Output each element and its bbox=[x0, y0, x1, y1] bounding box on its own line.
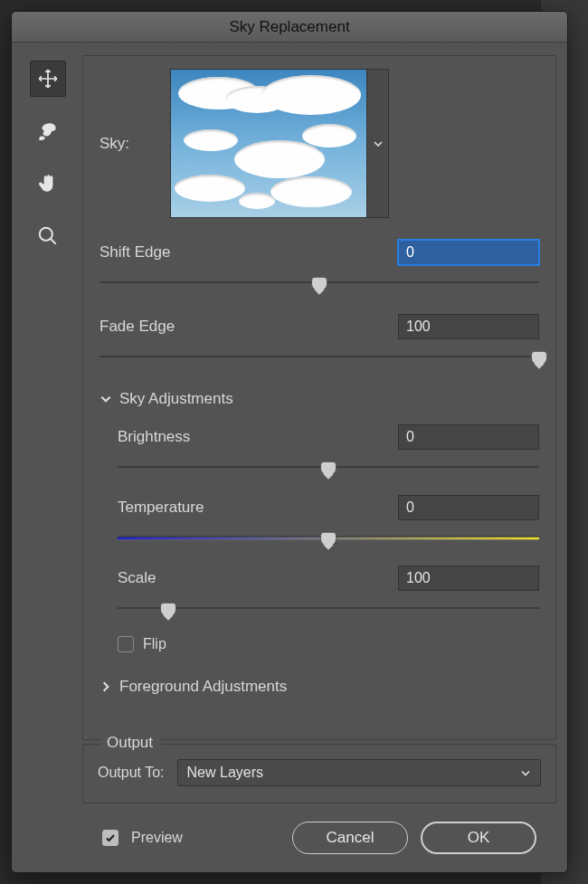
chevron-down-icon bbox=[100, 393, 112, 405]
shift-edge-label: Shift Edge bbox=[100, 243, 170, 261]
brightness-row: Brightness bbox=[118, 424, 539, 450]
footer: Preview Cancel OK bbox=[82, 803, 556, 858]
fade-edge-slider[interactable] bbox=[100, 352, 539, 363]
hand-tool-icon bbox=[36, 172, 60, 195]
slider-thumb[interactable] bbox=[160, 603, 176, 617]
titlebar[interactable]: Sky Replacement bbox=[12, 12, 567, 43]
slider-thumb[interactable] bbox=[320, 461, 337, 476]
preview-label: Preview bbox=[131, 830, 183, 846]
slider-track bbox=[118, 608, 539, 611]
output-fieldset: Output Output To: New Layers bbox=[82, 744, 556, 803]
slider-thumb[interactable] bbox=[320, 532, 337, 547]
main-panel: Sky: bbox=[82, 55, 556, 740]
move-tool[interactable] bbox=[30, 61, 66, 97]
sky-adjustments-header[interactable]: Sky Adjustments bbox=[100, 390, 539, 408]
output-to-value: New Layers bbox=[187, 765, 263, 781]
brush-tool-icon bbox=[36, 119, 60, 143]
scale-label: Scale bbox=[118, 569, 156, 587]
temperature-input[interactable] bbox=[398, 495, 539, 520]
temperature-slider[interactable] bbox=[118, 533, 539, 544]
output-to-label: Output To: bbox=[98, 765, 165, 781]
scale-row: Scale bbox=[118, 566, 539, 591]
sky-dropdown-caret[interactable] bbox=[366, 70, 388, 217]
foreground-adjustments-header[interactable]: Foreground Adjustments bbox=[100, 678, 539, 696]
shift-edge-input[interactable] bbox=[398, 240, 539, 265]
toolstrip bbox=[23, 55, 73, 858]
sky-preview-image bbox=[171, 70, 366, 217]
cancel-button[interactable]: Cancel bbox=[292, 822, 408, 854]
window-title: Sky Replacement bbox=[229, 18, 349, 36]
sky-label: Sky: bbox=[100, 135, 150, 153]
chevron-right-icon bbox=[100, 680, 112, 693]
brightness-input[interactable] bbox=[398, 424, 539, 450]
zoom-tool-icon bbox=[36, 224, 60, 248]
ok-button[interactable]: OK bbox=[421, 822, 536, 854]
temperature-label: Temperature bbox=[118, 499, 204, 517]
brightness-slider[interactable] bbox=[118, 462, 539, 473]
flip-label: Flip bbox=[143, 636, 166, 652]
sky-adjustments-group: Brightness Temperature bbox=[100, 421, 539, 672]
scale-slider[interactable] bbox=[118, 604, 539, 614]
flip-row: Flip bbox=[118, 636, 539, 652]
check-icon bbox=[105, 832, 116, 843]
brush-tool[interactable] bbox=[30, 113, 66, 149]
fade-edge-input[interactable] bbox=[398, 314, 539, 339]
preview-checkbox[interactable] bbox=[102, 830, 119, 846]
scale-input[interactable] bbox=[398, 566, 539, 591]
slider-thumb[interactable] bbox=[531, 351, 547, 366]
dialog-body: Sky: bbox=[12, 43, 567, 872]
fade-edge-row: Fade Edge bbox=[100, 314, 539, 339]
chevron-down-icon bbox=[373, 138, 384, 149]
zoom-tool[interactable] bbox=[30, 218, 66, 254]
shift-edge-row: Shift Edge bbox=[100, 240, 539, 265]
output-legend: Output bbox=[100, 734, 160, 752]
sky-dropdown[interactable] bbox=[170, 69, 389, 218]
flip-checkbox[interactable] bbox=[118, 636, 134, 652]
foreground-adjustments-label: Foreground Adjustments bbox=[119, 678, 287, 696]
sky-adjustments-label: Sky Adjustments bbox=[119, 390, 233, 408]
fade-edge-label: Fade Edge bbox=[100, 318, 175, 336]
sky-row: Sky: bbox=[100, 69, 539, 218]
output-row: Output To: New Layers bbox=[98, 759, 541, 786]
chevron-down-icon bbox=[520, 767, 531, 778]
slider-track bbox=[100, 356, 539, 359]
shift-edge-slider[interactable] bbox=[100, 278, 539, 289]
hand-tool[interactable] bbox=[30, 166, 66, 202]
content-column: Sky: bbox=[82, 55, 556, 858]
svg-point-0 bbox=[40, 228, 52, 241]
output-to-select[interactable]: New Layers bbox=[177, 759, 541, 786]
temperature-row: Temperature bbox=[118, 495, 539, 520]
slider-thumb[interactable] bbox=[311, 277, 327, 291]
sky-replacement-dialog: Sky Replacement bbox=[11, 11, 568, 873]
move-tool-icon bbox=[36, 67, 60, 90]
brightness-label: Brightness bbox=[118, 428, 190, 446]
